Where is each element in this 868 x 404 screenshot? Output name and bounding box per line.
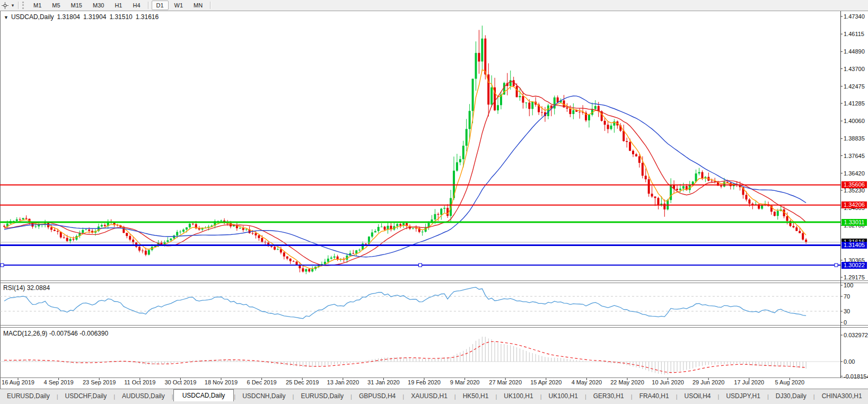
chart-tab-china300-h1[interactable]: CHINA300,H1 <box>815 391 868 402</box>
candle-body <box>654 197 656 198</box>
candle-body <box>481 39 483 62</box>
candle-body <box>578 112 581 112</box>
pane-divider[interactable] <box>0 281 840 283</box>
rsi-indicator-label: RSI(14) 32.0884 <box>3 284 50 292</box>
candle-body <box>642 163 644 175</box>
period-button-m5[interactable]: M5 <box>47 1 65 10</box>
chart-tab-uk100-h1[interactable]: UK100,H1 <box>497 391 540 402</box>
candle-body <box>774 212 776 216</box>
ohlc-high: 1.31904 <box>83 13 106 21</box>
candle-body <box>607 125 609 129</box>
candle-body <box>472 79 474 111</box>
period-button-m15[interactable]: M15 <box>66 1 87 10</box>
candle-body <box>588 115 590 120</box>
candle-body <box>648 179 650 194</box>
candle-body <box>176 232 178 235</box>
hline-price-badge: 1.34206 <box>841 201 867 208</box>
candle-body <box>795 227 797 231</box>
chart-tab-eurusd-daily[interactable]: EURUSD,Daily <box>0 391 57 402</box>
candle-body <box>475 53 477 79</box>
candle-body <box>182 230 185 232</box>
candle-body <box>805 240 807 242</box>
pane-divider[interactable] <box>0 326 840 328</box>
candle-body <box>604 121 606 125</box>
candle-body <box>761 205 763 209</box>
chart-tab-bar: EURUSD,Daily|USDCHF,Daily|AUDUSD,Daily|U… <box>0 389 868 402</box>
candle-body <box>384 227 386 230</box>
period-button-h1[interactable]: H1 <box>110 1 127 10</box>
candle-body <box>651 194 653 196</box>
candle-body <box>277 249 279 250</box>
candle-body <box>525 102 527 103</box>
chart-tab-dj30-daily[interactable]: DJ30,Daily <box>769 391 813 402</box>
ma-line-sma13 <box>4 81 806 266</box>
toolbar-separator <box>18 2 19 9</box>
chart-tab-eurusd-daily[interactable]: EURUSD,Daily <box>294 391 350 402</box>
candle-body <box>412 228 414 229</box>
candle-body <box>594 106 597 109</box>
candle-body <box>352 253 354 254</box>
chart-tab-usoil-h4[interactable]: USOil,H4 <box>678 391 718 402</box>
candle-body <box>478 53 480 62</box>
candle-body <box>497 105 499 110</box>
chart-tab-fra40-h1[interactable]: FRA40,H1 <box>633 391 676 402</box>
candle-body <box>145 251 147 255</box>
ohlc-open: 1.31804 <box>57 13 80 21</box>
period-button-w1[interactable]: W1 <box>170 1 188 10</box>
candle-body <box>528 102 530 109</box>
chart-tab-usdjpy-h1[interactable]: USDJPY,H1 <box>719 391 767 402</box>
hline-handle[interactable] <box>419 264 422 267</box>
hline-handle[interactable] <box>835 264 838 267</box>
trading-app-window: ▾ M1M5M15M30H1H4D1W1MN ▼USDCAD,Daily1.31… <box>0 0 868 404</box>
candle-body <box>337 257 339 259</box>
candle-body <box>682 186 685 189</box>
chart-tab-usdcad-daily[interactable]: USDCAD,Daily <box>173 389 234 402</box>
candle-body <box>374 231 376 233</box>
candle-body <box>233 225 235 226</box>
candle-body <box>711 181 713 181</box>
candle-body <box>255 233 257 235</box>
hline-handle[interactable] <box>1 264 4 267</box>
period-button-m30[interactable]: M30 <box>88 1 109 10</box>
candle-body <box>720 186 722 187</box>
candle-body <box>670 185 672 200</box>
toolbar-drag-grip[interactable] <box>22 2 25 9</box>
candle-body <box>469 111 471 129</box>
period-button-m1[interactable]: M1 <box>29 1 46 10</box>
period-button-h4[interactable]: H4 <box>128 1 145 10</box>
candle-body <box>777 211 779 216</box>
candle-body <box>270 246 273 247</box>
chart-tab-xauusd-h1[interactable]: XAUUSD,H1 <box>404 391 454 402</box>
candle-body <box>459 159 461 162</box>
candle-body <box>466 129 468 145</box>
timeframe-toolbar: ▾ M1M5M15M30H1H4D1W1MN <box>0 0 868 11</box>
candle-body <box>25 218 28 218</box>
chart-tab-usdchf-daily[interactable]: USDCHF,Daily <box>58 391 114 402</box>
candle-body <box>701 172 703 179</box>
candle-body <box>286 257 288 259</box>
chart-tab-hk50-h1[interactable]: HK50,H1 <box>456 391 496 402</box>
candle-body <box>148 250 150 254</box>
chart-tab-usdcnh-daily[interactable]: USDCNH,Daily <box>235 391 292 402</box>
period-button-mn[interactable]: MN <box>189 1 207 10</box>
candle-body <box>246 230 248 230</box>
candle-body <box>101 225 103 226</box>
chart-tab-gbpusd-h4[interactable]: GBPUSD,H4 <box>352 391 402 402</box>
chevron-down-icon[interactable]: ▾ <box>10 3 16 8</box>
crosshair-icon[interactable] <box>0 1 10 10</box>
candle-body <box>242 228 244 230</box>
candle-body <box>69 239 72 241</box>
candle-body <box>13 221 15 222</box>
chart-tab-ger30-h1[interactable]: GER30,H1 <box>586 391 631 402</box>
chart-collapse-icon[interactable]: ▼ <box>4 15 8 20</box>
candle-body <box>378 227 380 231</box>
period-button-d1[interactable]: D1 <box>152 1 169 10</box>
candle-body <box>295 261 297 265</box>
chart-canvas[interactable] <box>0 0 868 404</box>
chart-tab-audusd-daily[interactable]: AUDUSD,Daily <box>115 391 172 402</box>
candle-body <box>371 232 373 236</box>
candle-body <box>490 87 493 105</box>
chart-tab-uk100-h1[interactable]: UK100,H1 <box>542 391 585 402</box>
candle-body <box>554 98 556 109</box>
candle-body <box>695 173 697 181</box>
